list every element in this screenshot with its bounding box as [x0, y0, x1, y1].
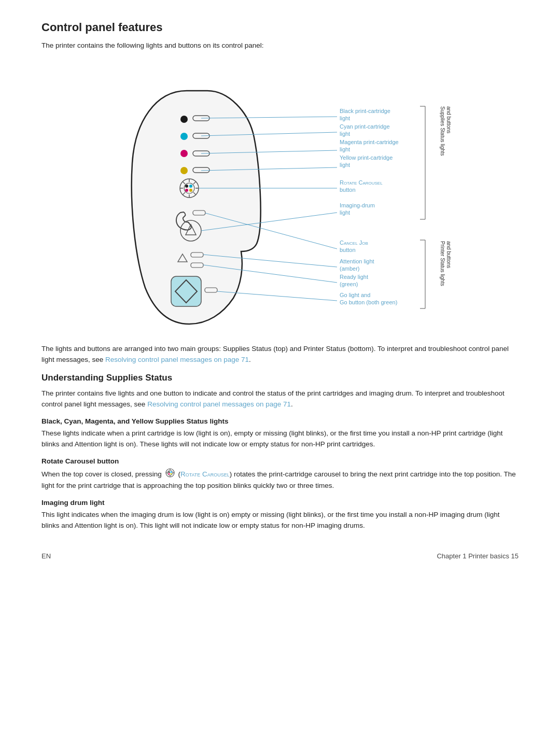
footer-left: EN — [41, 552, 51, 560]
svg-text:light: light — [340, 146, 350, 152]
svg-text:Black print-cartridge: Black print-cartridge — [340, 108, 390, 114]
svg-text:light: light — [340, 115, 350, 121]
svg-text:Rotate Carousel: Rotate Carousel — [340, 179, 383, 186]
svg-point-78 — [170, 471, 172, 473]
svg-point-18 — [185, 185, 188, 188]
svg-point-80 — [170, 473, 172, 474]
footer: EN Chapter 1 Printer basics 15 — [41, 552, 519, 560]
diagram-container: Black print-cartridge light Cyan print-c… — [41, 60, 519, 329]
svg-text:Attention light: Attention light — [340, 258, 374, 264]
svg-text:Cancel Job: Cancel Job — [340, 240, 368, 246]
svg-point-6 — [180, 167, 188, 174]
svg-text:Go button (both green): Go button (both green) — [340, 299, 397, 305]
rotate-carousel-label: Rotate Carousel — [180, 470, 230, 478]
svg-point-0 — [180, 116, 188, 123]
svg-point-2 — [180, 133, 188, 140]
resolving-link-2[interactable]: Resolving control panel messages on page… — [145, 400, 291, 408]
svg-text:Printer Status lights: Printer Status lights — [440, 241, 445, 286]
svg-text:(amber): (amber) — [340, 265, 360, 272]
svg-text:Ready light: Ready light — [340, 274, 368, 280]
svg-text:light: light — [340, 209, 350, 216]
svg-text:Yellow print-cartridge: Yellow print-cartridge — [340, 154, 393, 161]
svg-point-21 — [189, 189, 192, 192]
svg-text:light: light — [340, 162, 350, 168]
page-title: Control panel features — [41, 21, 519, 34]
subsection2-body: When the top cover is closed, pressing (… — [41, 468, 519, 492]
subsection1-body: These lights indicate when a print cartr… — [41, 428, 519, 450]
intro-text: The printer contains the following light… — [41, 41, 519, 49]
section2-title: Understanding Supplies Status — [41, 373, 519, 383]
svg-text:Go light and: Go light and — [340, 292, 370, 298]
svg-text:Imaging-drum: Imaging-drum — [340, 202, 375, 208]
svg-text:(green): (green) — [340, 281, 358, 287]
footer-right: Chapter 1 Printer basics 15 — [437, 552, 519, 560]
svg-point-4 — [180, 150, 188, 157]
svg-text:light: light — [340, 131, 350, 137]
svg-text:button: button — [340, 187, 356, 193]
svg-point-20 — [185, 189, 188, 192]
svg-text:and buttons: and buttons — [446, 106, 452, 133]
svg-text:and buttons: and buttons — [446, 241, 452, 268]
svg-point-19 — [189, 185, 192, 188]
svg-text:Magenta print-cartridge: Magenta print-cartridge — [340, 139, 399, 145]
subsection1-title: Black, Cyan, Magenta, and Yellow Supplie… — [41, 417, 519, 425]
subsection2-title: Rotate Carousel button — [41, 457, 519, 465]
subsection3-body: This light indicates when the imaging dr… — [41, 510, 519, 531]
resolving-link-1[interactable]: Resolving control panel messages on page… — [105, 356, 249, 363]
rotate-carousel-icon — [165, 468, 175, 481]
svg-text:Supplies Status lights: Supplies Status lights — [440, 106, 445, 156]
svg-point-77 — [168, 471, 170, 473]
section2-intro: The printer contains five lights and one… — [41, 388, 519, 410]
svg-text:Cyan print-cartridge: Cyan print-cartridge — [340, 123, 390, 130]
body-paragraph: The lights and buttons are arranged into… — [41, 344, 519, 366]
subsection3-title: Imaging drum light — [41, 499, 519, 507]
svg-point-79 — [168, 473, 170, 474]
svg-point-72 — [167, 470, 173, 475]
svg-text:button: button — [340, 247, 356, 253]
diagram-svg: Black print-cartridge light Cyan print-c… — [104, 60, 456, 329]
